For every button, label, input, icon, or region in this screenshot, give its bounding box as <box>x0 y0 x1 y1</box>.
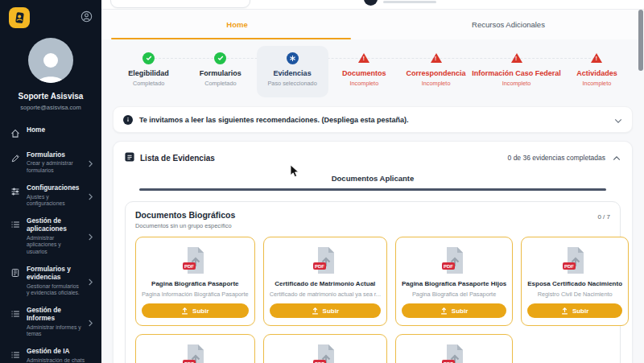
step-sublabel: Incompleto <box>350 80 379 87</box>
group-count: 0 / 7 <box>597 210 610 221</box>
doc-title: Esposa Certificado Nacimiento <box>527 280 622 288</box>
sidebar-item-formularios[interactable]: Formularios Crear y administrar formular… <box>0 146 101 179</box>
header-avatar[interactable] <box>364 0 378 6</box>
doc-card-pagina-biografica-pasaporte-hijos: PDF Pagina Biografica Pasaporte Hijos Pa… <box>395 237 513 327</box>
chevron-down-icon[interactable] <box>614 113 622 127</box>
documentos-aplicante-underline <box>139 188 606 191</box>
chevron-right-icon <box>88 316 93 330</box>
user-email: soporte@asisvisa.com <box>0 104 101 111</box>
account-icon[interactable] <box>80 10 93 26</box>
upload-label: Subir <box>572 307 588 315</box>
documents-grid: PDF Pagina Biográfica Pasaporte Pagina I… <box>135 237 610 363</box>
nav-label: Home <box>27 126 45 134</box>
nav-label: Formularios <box>27 151 82 159</box>
nav-label: Configuraciones <box>27 184 82 192</box>
nav-sublabel: Administración de chats <box>27 357 85 363</box>
sidebar-item-home[interactable]: Home <box>0 122 101 146</box>
upload-button[interactable]: Subir <box>142 303 249 318</box>
step-elegibilidad[interactable]: Elegibilidad Completado <box>113 46 184 97</box>
sidebar: Soporte Asisvisa soporte@asisvisa.com Ho… <box>0 0 101 363</box>
tab-documentos-aplicante[interactable]: Documentos Aplicante <box>114 169 632 188</box>
upload-button[interactable]: Subir <box>527 303 622 318</box>
sidebar-item-formularios-evidencias[interactable]: Formularios y evidencias Gestionar formu… <box>0 261 101 302</box>
step-evidencias[interactable]: Evidencias Paso seleccionado <box>257 46 328 97</box>
sidebar-nav: Home Formularios Crear y administrar for… <box>0 122 101 363</box>
doc-card-esposa-certificado-nacimiento: PDF Esposa Certificado Nacimiento Regist… <box>521 237 629 327</box>
chevron-right-icon <box>88 156 93 171</box>
tab-recursos-adicionales[interactable]: Recursos Adicionales <box>373 10 644 39</box>
warning-icon <box>591 53 602 63</box>
main-area: Home Recursos Adicionales Elegibilidad C… <box>101 0 644 363</box>
step-informacion-caso-federal[interactable]: Información Caso Federal Incompleto <box>472 46 561 97</box>
nav-label: Gestión de aplicaciones <box>27 217 82 233</box>
sidebar-item-gestion-informes[interactable]: Gestión de Informes Administrar informes… <box>0 302 101 343</box>
step-sublabel: Paso seleccionado <box>267 80 316 87</box>
progress-stepper: Elegibilidad Completado Formularios Comp… <box>113 46 633 97</box>
doc-card-pagina-biografica-pasaporte: PDF Pagina Biográfica Pasaporte Pagina I… <box>135 237 255 327</box>
check-icon <box>214 52 226 64</box>
step-label: Actividades <box>576 69 617 77</box>
user-name: Soporte Asisvisa <box>0 92 101 101</box>
sliders-icon <box>10 185 21 200</box>
nav-sublabel: Gestionar formularios y evidencias ofici… <box>27 283 82 298</box>
step-formularios[interactable]: Formularios Completado <box>184 46 256 97</box>
scrollbar-thumb[interactable] <box>638 10 643 71</box>
tab-home[interactable]: Home <box>101 10 373 39</box>
search-input[interactable] <box>110 0 250 8</box>
check-icon <box>142 52 155 64</box>
step-actividades[interactable]: Actividades Incompleto <box>561 46 633 97</box>
doc-subtitle: Registro Civil De Nacimiento <box>527 291 622 298</box>
doc-card-certificado-matrimonio-actual: PDF Certificado de Matrimonio Actual Cer… <box>263 237 387 327</box>
step-sublabel: Incompleto <box>502 80 531 87</box>
doc-title: Pagina Biografica Pasaporte Hijos <box>402 280 506 288</box>
top-header <box>101 0 644 10</box>
step-sublabel: Incompleto <box>583 80 612 87</box>
doc-title: Pagina Biográfica Pasaporte <box>142 280 249 288</box>
step-sublabel: Incompleto <box>422 80 451 87</box>
upload-button[interactable]: Subir <box>402 303 506 318</box>
pdf-file-icon: PDF <box>270 343 381 363</box>
nav-sublabel: Crear y administrar formularios <box>27 160 82 175</box>
pdf-file-icon: PDF <box>402 343 506 363</box>
step-label: Evidencias <box>274 69 312 77</box>
document-list-icon <box>125 151 134 165</box>
step-documentos[interactable]: Documentos Incompleto <box>328 46 400 97</box>
pdf-badge: PDF <box>184 263 194 268</box>
step-label: Formularios <box>200 69 242 77</box>
app-logo-icon[interactable] <box>9 7 30 28</box>
upload-button[interactable]: Subir <box>270 303 381 318</box>
step-sublabel: Completado <box>204 80 236 87</box>
chevron-up-icon[interactable] <box>613 155 621 161</box>
pdf-file-icon: PDF <box>142 245 249 276</box>
pencil-icon <box>10 152 21 167</box>
pdf-badge: PDF <box>315 263 324 268</box>
doc-title: Certificado de Matrimonio Actual <box>270 280 381 288</box>
seal-icon <box>287 52 299 64</box>
section-title: Lista de Evidencias <box>140 154 215 163</box>
doc-card-certificado-de-nacimiento: PDF Certificado de Nacimiento Subir <box>263 334 387 363</box>
info-icon <box>123 115 133 125</box>
pdf-file-icon: PDF <box>142 343 249 363</box>
warning-icon <box>511 53 522 63</box>
pdf-file-icon: PDF <box>402 245 506 276</box>
upload-label: Subir <box>192 307 208 315</box>
sidebar-item-gestion-ia[interactable]: Gestión de IA Administración de chats <box>0 343 101 363</box>
step-label: Correspondencia <box>407 69 466 77</box>
sidebar-item-gestion-aplicaciones[interactable]: Gestión de aplicaciones Administrar apli… <box>0 212 101 261</box>
group-title: Documentos Biográficos <box>135 210 235 220</box>
chevron-right-icon <box>88 229 93 244</box>
book-icon <box>10 266 21 281</box>
chevron-right-icon <box>88 189 93 204</box>
banner-text: Te invitamos a leer las siguientes recom… <box>139 116 408 124</box>
recommendations-banner[interactable]: Te invitamos a leer las siguientes recom… <box>113 106 633 133</box>
home-icon <box>10 127 21 142</box>
pdf-file-icon: PDF <box>270 245 381 276</box>
sidebar-item-configuraciones[interactable]: Configuraciones Ajustes y configuracione… <box>0 179 101 212</box>
step-label: Elegibilidad <box>128 69 169 77</box>
chevron-right-icon <box>88 274 93 289</box>
pdf-badge: PDF <box>444 263 453 268</box>
step-sublabel: Completado <box>133 80 164 87</box>
upload-label: Subir <box>452 307 468 315</box>
list-icon <box>10 218 21 233</box>
step-correspondencia[interactable]: Correspondencia Incompleto <box>400 46 472 97</box>
